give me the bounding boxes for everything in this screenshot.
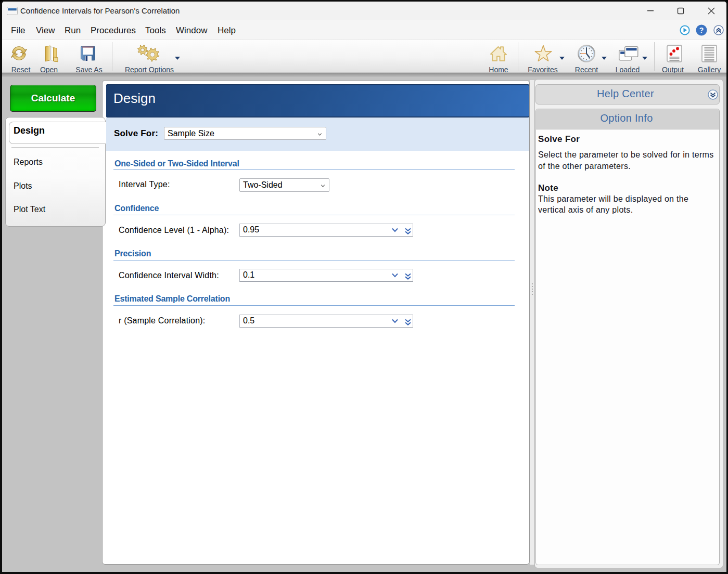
svg-text:?: ?: [699, 26, 704, 34]
